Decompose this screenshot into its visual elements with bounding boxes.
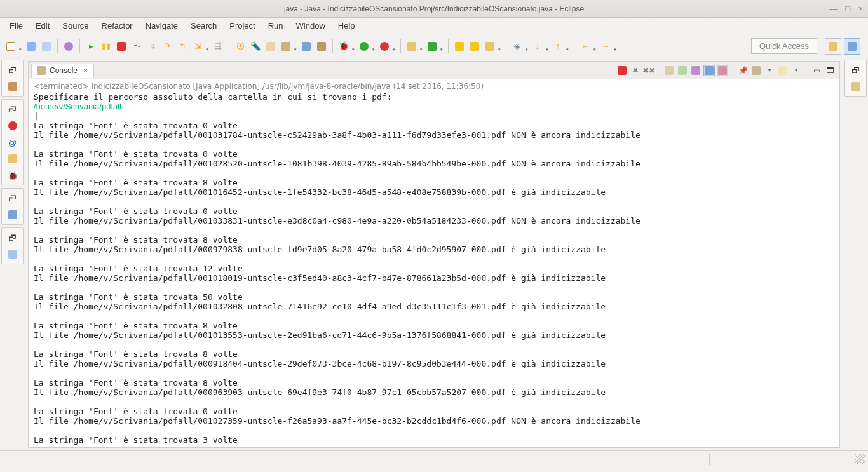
display-console-dropdown[interactable]: ▾: [764, 65, 775, 76]
remove-launch-icon[interactable]: ✖: [630, 65, 641, 76]
tab-label: Console: [50, 66, 78, 75]
separator: [506, 39, 506, 53]
separator: [332, 39, 333, 53]
console-output[interactable]: Specificare il percorso assoluto della c…: [29, 92, 839, 447]
main-toolbar: ▸ ▮▮ ⤳ ↴ ↷ ↰ ⇲ ⇶ ⦿ 🔦 🐞 ◈ ↓ ↑ ← → Quick A…: [0, 34, 868, 58]
window-controls: — □ ×: [830, 4, 863, 13]
prev-annotation-button[interactable]: ↑: [551, 39, 565, 53]
task-button[interactable]: [299, 39, 313, 53]
terminate-icon[interactable]: [616, 65, 628, 76]
menu-run[interactable]: Run: [262, 19, 289, 32]
outline-view-icon[interactable]: [2, 206, 23, 223]
use-step-filters-button[interactable]: ⇶: [211, 39, 225, 53]
show-console-on-err-icon[interactable]: [717, 65, 728, 76]
problems-view-icon[interactable]: [2, 118, 23, 134]
restore-view-button[interactable]: 🗗: [2, 229, 23, 246]
menu-bar: File Edit Source Refactor Navigate Searc…: [0, 18, 868, 34]
menu-edit[interactable]: Edit: [30, 19, 55, 32]
resume-button[interactable]: ▸: [84, 39, 98, 53]
title-bar: java - Java - IndicizzabileOScansionato …: [0, 0, 868, 18]
console-icon: [37, 66, 46, 75]
menu-window[interactable]: Window: [290, 19, 331, 32]
restore-view-button[interactable]: 🗗: [2, 101, 23, 118]
save-button[interactable]: [24, 39, 38, 53]
clear-console-icon[interactable]: [663, 65, 675, 76]
perspective-switcher: [825, 38, 860, 55]
close-button[interactable]: ×: [858, 4, 863, 13]
editor-area: Console ✕ ✖ ✖✖ 📌 ▾ ▾ ▭: [28, 61, 840, 448]
debug-view-icon[interactable]: 🐞: [2, 167, 23, 184]
open-console-dropdown[interactable]: ▾: [790, 65, 802, 76]
resize-grip[interactable]: [855, 454, 865, 464]
menu-search[interactable]: Search: [185, 19, 222, 32]
quick-access-input[interactable]: Quick Access: [751, 38, 817, 54]
skip-breakpoints-button[interactable]: [62, 39, 76, 53]
disconnect-button[interactable]: ⤳: [130, 39, 144, 53]
display-console-icon[interactable]: [750, 65, 762, 76]
save-all-button[interactable]: [39, 39, 53, 53]
menu-refactor[interactable]: Refactor: [96, 19, 139, 32]
maximize-button[interactable]: □: [846, 4, 851, 13]
navigate-button[interactable]: ◈: [510, 39, 524, 53]
search-button[interactable]: 🔦: [248, 39, 262, 53]
hierarchy-view-icon[interactable]: [2, 246, 23, 262]
show-console-on-out-icon[interactable]: [703, 65, 715, 76]
remove-all-launches-icon[interactable]: ✖✖: [643, 65, 654, 76]
window-title: java - Java - IndicizzabileOScansionato …: [0, 4, 868, 13]
step-return-button[interactable]: ↰: [175, 39, 189, 53]
menu-navigate[interactable]: Navigate: [140, 19, 184, 32]
minimize-view-icon[interactable]: ▭: [811, 65, 822, 76]
left-dock: 🗗 🗗 @ 🐞 🗗 🗗: [0, 58, 25, 450]
new-source-button[interactable]: [483, 39, 497, 53]
java-perspective-button[interactable]: [844, 38, 860, 55]
suspend-button[interactable]: ▮▮: [99, 39, 113, 53]
task-list-icon[interactable]: [845, 78, 866, 95]
open-console-icon[interactable]: [777, 65, 789, 76]
terminate-button[interactable]: [114, 39, 128, 53]
tab-console[interactable]: Console ✕: [31, 64, 94, 78]
annotation-button[interactable]: [279, 39, 293, 53]
console-toolbar: ✖ ✖✖ 📌 ▾ ▾ ▭ 🗖: [616, 65, 839, 76]
menu-file[interactable]: File: [4, 19, 29, 32]
coverage-button[interactable]: [377, 39, 391, 53]
open-type-button[interactable]: ⦿: [233, 39, 247, 53]
debug-button[interactable]: 🐞: [337, 39, 351, 53]
restore-view-button[interactable]: 🗗: [2, 62, 23, 78]
pin-console-icon[interactable]: 📌: [737, 65, 749, 76]
menu-project[interactable]: Project: [224, 19, 261, 32]
restore-view-button[interactable]: 🗗: [845, 62, 866, 78]
work-area: 🗗 🗗 @ 🐞 🗗 🗗 Console ✕: [0, 58, 868, 450]
separator: [400, 39, 401, 53]
drop-to-frame-button[interactable]: ⇲: [191, 39, 205, 53]
maximize-view-icon[interactable]: 🗖: [824, 65, 836, 76]
toggle-mark-button[interactable]: [264, 39, 278, 53]
next-annotation-button[interactable]: ↓: [531, 39, 545, 53]
step-into-button[interactable]: ↴: [145, 39, 159, 53]
tab-close-button[interactable]: ✕: [83, 67, 88, 75]
open-perspective-button[interactable]: [825, 38, 841, 55]
word-wrap-icon[interactable]: [690, 65, 702, 76]
package-explorer-icon[interactable]: [2, 78, 23, 95]
minimize-button[interactable]: —: [830, 4, 838, 13]
new-java-project-button[interactable]: [405, 39, 419, 53]
separator: [57, 39, 58, 53]
new-package-button[interactable]: [425, 39, 439, 53]
new-button[interactable]: [4, 39, 18, 53]
javadoc-view-icon[interactable]: @: [2, 134, 23, 151]
run-button[interactable]: [357, 39, 371, 53]
scroll-lock-icon[interactable]: [677, 65, 688, 76]
forward-button[interactable]: →: [599, 39, 613, 53]
open-folder-button[interactable]: [468, 39, 482, 53]
restore-view-button[interactable]: 🗗: [2, 190, 23, 206]
separator: [229, 39, 229, 53]
build-button[interactable]: [315, 39, 329, 53]
new-class-button[interactable]: [452, 39, 466, 53]
back-button[interactable]: ←: [578, 39, 592, 53]
status-bar: [0, 450, 868, 467]
declaration-view-icon[interactable]: [2, 151, 23, 167]
menu-source[interactable]: Source: [57, 19, 94, 32]
step-over-button[interactable]: ↷: [160, 39, 174, 53]
menu-help[interactable]: Help: [332, 19, 361, 32]
separator: [79, 39, 80, 53]
separator: [448, 39, 449, 53]
